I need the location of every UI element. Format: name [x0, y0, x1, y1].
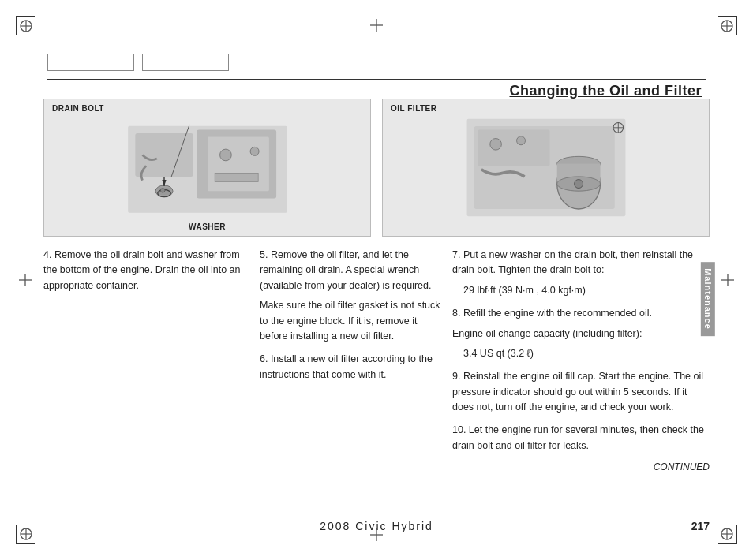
svg-rect-28 — [208, 137, 269, 192]
step-9-text: 9. Reinstall the engine oil fill cap. St… — [452, 369, 710, 415]
nav-box-2[interactable] — [142, 54, 229, 71]
page-number: 217 — [678, 520, 710, 532]
svg-rect-31 — [215, 173, 258, 181]
drain-bolt-label: DRAIN BOLT — [52, 104, 104, 113]
svg-point-32 — [160, 189, 165, 193]
step-8-text: 8. Refill the engine with the recommende… — [452, 306, 710, 361]
svg-point-44 — [516, 136, 525, 145]
col-middle: 5. Remove the oil filter, and let the re… — [260, 248, 441, 472]
drain-bolt-svg — [121, 110, 294, 225]
step-8-para1: 8. Refill the engine with the recommende… — [452, 306, 710, 321]
footer: 2008 Civic Hybrid 217 — [43, 520, 710, 532]
circle-crosshair-br — [720, 527, 734, 541]
oil-filter-svg — [463, 110, 629, 225]
top-nav-boxes — [47, 54, 229, 71]
step-7-para1: 7. Put a new washer on the drain bolt, t… — [452, 248, 710, 278]
svg-point-43 — [489, 139, 501, 151]
step-8-para2: Engine oil change capacity (including fi… — [452, 327, 710, 342]
circle-crosshair-tl — [19, 19, 33, 33]
svg-point-30 — [250, 147, 259, 155]
step-10-text: 10. Let the engine run for several minut… — [452, 423, 710, 454]
circle-crosshair-tr — [720, 19, 734, 33]
col-left: 4. Remove the oil drain bolt and washer … — [43, 248, 249, 472]
plus-mark-right — [721, 274, 734, 286]
plus-mark-top — [370, 19, 383, 32]
svg-point-41 — [574, 180, 583, 189]
step-6-text: 6. Install a new oil filter according to… — [260, 352, 441, 383]
circle-crosshair-bl — [19, 527, 33, 541]
step-5-para1: 5. Remove the oil filter, and let the re… — [260, 248, 441, 293]
text-columns: 4. Remove the oil drain bolt and washer … — [43, 248, 710, 472]
step-5-para2: Make sure the oil filter gasket is not s… — [260, 298, 441, 344]
top-rule — [47, 79, 706, 80]
svg-point-29 — [219, 149, 231, 161]
chapter-title: Changing the Oil and Filter — [509, 83, 702, 99]
step-7-text: 7. Put a new washer on the drain bolt, t… — [452, 248, 710, 298]
step-8-spec: 3.4 US qt (3.2 ℓ) — [463, 346, 710, 361]
main-content: DRAIN BOLT — [43, 99, 710, 505]
oil-filter-label: OIL FILTER — [391, 104, 437, 113]
nav-box-1[interactable] — [47, 54, 134, 71]
step-5-text: 5. Remove the oil filter, and let the re… — [260, 248, 441, 344]
step-4-text: 4. Remove the oil drain bolt and washer … — [43, 248, 249, 293]
continued-text: CONTINUED — [452, 461, 710, 472]
col-right: 7. Put a new washer on the drain bolt, t… — [452, 248, 710, 472]
images-row: DRAIN BOLT — [43, 99, 710, 237]
footer-title: 2008 Civic Hybrid — [75, 520, 678, 532]
drain-bolt-image: DRAIN BOLT — [43, 99, 371, 237]
svg-rect-42 — [478, 130, 549, 166]
oil-filter-image: OIL FILTER — [382, 99, 710, 237]
plus-mark-left — [19, 274, 32, 286]
step-7-spec: 29 lbf·ft (39 N·m , 4.0 kgf·m) — [463, 283, 710, 298]
washer-label: WASHER — [189, 222, 226, 231]
